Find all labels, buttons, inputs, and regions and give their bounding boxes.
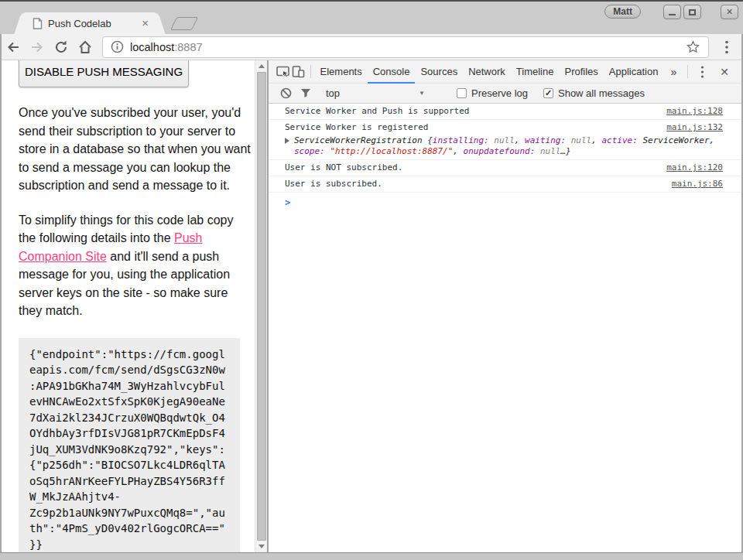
token-null: null xyxy=(494,135,515,145)
source-location-link[interactable]: main.js:120 xyxy=(666,162,723,173)
inspect-element-button[interactable] xyxy=(275,62,290,82)
reload-button[interactable] xyxy=(50,36,72,58)
web-page-panel: DISABLE PUSH MESSAGING Once you've subsc… xyxy=(0,60,269,552)
forward-button[interactable] xyxy=(26,36,48,58)
content-area: DISABLE PUSH MESSAGING Once you've subsc… xyxy=(0,60,743,552)
devtools-tabs: ElementsConsoleSourcesNetworkTimelinePro… xyxy=(315,60,664,83)
checkbox-icon: ✓ xyxy=(543,88,553,98)
console-message-text: Service Worker is registered xyxy=(285,122,656,133)
window-maximize-button[interactable] xyxy=(683,5,701,19)
devtools-tab-profiles[interactable]: Profiles xyxy=(559,60,603,84)
device-toolbar-button[interactable] xyxy=(290,62,306,82)
arrow-down-icon xyxy=(259,545,265,548)
block-icon xyxy=(280,87,292,99)
devtools-tab-console[interactable]: Console xyxy=(368,60,416,84)
page-paragraph-2: To simplify things for this code lab cop… xyxy=(19,211,252,320)
token-plain: , xyxy=(515,135,525,145)
browser-toolbar: localhost:8887 xyxy=(0,34,743,60)
home-icon xyxy=(77,39,93,55)
token-name: scope: xyxy=(294,146,325,156)
scroll-up-button[interactable] xyxy=(255,60,267,72)
token-plain: , xyxy=(591,135,601,145)
address-bar[interactable]: localhost:8887 xyxy=(102,36,709,58)
devtools-tabbar: ElementsConsoleSourcesNetworkTimelinePro… xyxy=(269,60,743,84)
clear-console-button[interactable] xyxy=(276,84,296,104)
window-minimize-button[interactable] xyxy=(663,5,681,19)
checkbox-icon xyxy=(457,88,467,98)
window-border-bottom xyxy=(0,552,743,560)
show-all-messages-checkbox[interactable]: ✓ Show all messages xyxy=(543,87,645,99)
console-prompt[interactable]: > xyxy=(269,193,743,208)
subscription-json-block: {"endpoint":"https://fcm.googl eapis.com… xyxy=(19,338,240,553)
token-plain: , xyxy=(710,135,715,145)
console-message-row: User is NOT subscribed.main.js:120 xyxy=(269,160,743,176)
console-message-text: Service Worker and Push is supported xyxy=(285,106,656,117)
console-output: Service Worker and Push is supportedmain… xyxy=(269,104,743,552)
source-location-link[interactable]: main.js:128 xyxy=(666,106,723,117)
toolbar-separator xyxy=(310,65,311,78)
devtools-tab-elements[interactable]: Elements xyxy=(315,60,368,84)
page-scrollbar[interactable] xyxy=(255,60,267,552)
console-message-row: User is subscribed.main.js:86 xyxy=(269,176,743,193)
arrow-up-icon xyxy=(259,64,265,68)
browser-menu-button[interactable] xyxy=(715,36,738,58)
disable-push-button[interactable]: DISABLE PUSH MESSAGING xyxy=(19,60,189,87)
forward-icon xyxy=(29,39,45,55)
more-tabs-button[interactable]: » xyxy=(663,66,683,78)
context-label: top xyxy=(326,87,419,99)
token-plain: …} xyxy=(560,146,570,156)
devtools-tab-network[interactable]: Network xyxy=(463,60,511,84)
token-plain: { xyxy=(423,135,433,145)
console-toolbar: top ▼ Preserve log ✓ Show all messages xyxy=(269,84,743,104)
console-message-text: User is subscribed. xyxy=(285,179,661,190)
token-name: active: xyxy=(601,135,637,145)
object-preview[interactable]: ServiceWorkerRegistration {installing: n… xyxy=(269,135,743,159)
filter-button[interactable] xyxy=(296,84,316,104)
devtools-tab-application[interactable]: Application xyxy=(604,60,664,84)
expand-triangle-icon[interactable] xyxy=(285,138,289,144)
browser-tab[interactable]: Push Codelab × xyxy=(25,12,155,34)
token-plain: , xyxy=(453,146,463,156)
devtools-menu-button[interactable] xyxy=(692,62,712,82)
token-plain xyxy=(535,146,540,156)
inspect-cursor-icon xyxy=(276,64,290,79)
devtools-close-button[interactable]: ✕ xyxy=(712,66,737,78)
token-null: null xyxy=(540,146,561,156)
tab-title: Push Codelab xyxy=(48,18,142,29)
devtools-tab-sources[interactable]: Sources xyxy=(415,60,463,84)
close-icon: ✕ xyxy=(726,7,733,17)
url-text: localhost:8887 xyxy=(130,41,203,53)
token-name: installing: xyxy=(433,135,489,145)
home-button[interactable] xyxy=(74,36,96,58)
window-close-button[interactable]: ✕ xyxy=(721,5,738,19)
minimize-icon xyxy=(669,14,676,15)
token-name: onupdatefound: xyxy=(464,146,536,156)
tab-close-icon[interactable]: × xyxy=(142,18,149,29)
star-icon xyxy=(686,39,700,54)
source-location-link[interactable]: main.js:86 xyxy=(672,179,723,190)
token-null: null xyxy=(571,135,592,145)
window-border-left xyxy=(0,34,2,560)
devtools-tab-timeline[interactable]: Timeline xyxy=(511,60,560,84)
maximize-icon xyxy=(689,9,696,15)
scrollbar-thumb[interactable] xyxy=(257,72,266,541)
funnel-icon xyxy=(300,88,311,98)
kebab-menu-icon xyxy=(700,66,704,78)
source-location-link[interactable]: main.js:132 xyxy=(666,122,723,133)
window-profile-button[interactable]: Matt xyxy=(604,5,641,19)
back-button[interactable] xyxy=(2,36,24,58)
toolbar-separator xyxy=(687,65,688,78)
kebab-menu-icon xyxy=(724,40,729,54)
preserve-log-checkbox[interactable]: Preserve log xyxy=(457,87,528,99)
execution-context-select[interactable]: top ▼ xyxy=(326,87,425,99)
bookmark-star-button[interactable] xyxy=(686,39,700,54)
info-icon xyxy=(111,40,124,53)
page-favicon-icon xyxy=(33,18,43,29)
console-message-row: Service Worker and Push is supportedmain… xyxy=(269,104,743,120)
devtools-panel: ElementsConsoleSourcesNetworkTimelinePro… xyxy=(269,60,743,552)
back-icon xyxy=(5,39,21,55)
new-tab-button[interactable] xyxy=(170,17,198,30)
scroll-down-button[interactable] xyxy=(255,541,267,552)
token-name: waiting: xyxy=(525,135,566,145)
token-plain xyxy=(566,135,571,145)
